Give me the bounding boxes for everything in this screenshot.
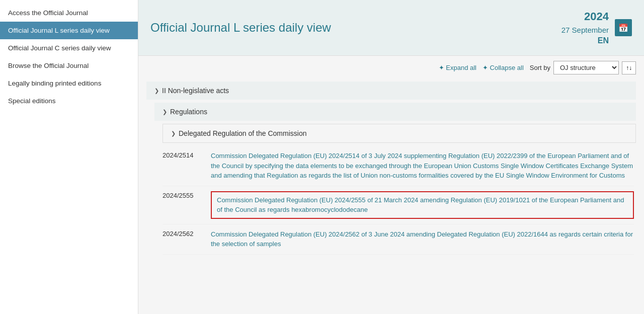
content-area: ❯ II Non-legislative acts ❯ Regulations … [138,77,644,259]
doc-link-wrapper-2555: Commission Delegated Regulation (EU) 202… [211,191,634,219]
main-content: Official Journal L series daily view 202… [138,0,644,314]
header-language: EN [561,35,609,46]
header-date-block: 2024 27 September EN [561,9,609,46]
header-banner: Official Journal L series daily view 202… [138,0,644,56]
header-date: 27 September [561,25,609,35]
section-delegated-reg[interactable]: ❯ Delegated Regulation of the Commission [163,124,636,143]
sort-order-button[interactable]: ↑↓ [622,61,636,74]
doc-link-wrapper-2562: Commission Delegated Regulation (EU) 202… [211,229,634,249]
doc-row-2024-2514: 2024/2514 Commission Delegated Regulatio… [163,146,634,186]
section-non-legislative-label: II Non-legislative acts [162,87,229,95]
sidebar-item-oj-l-series[interactable]: Official Journal L series daily view [0,22,138,39]
sort-order-icon: ↑↓ [626,64,632,71]
chevron-icon-non-legislative: ❯ [154,88,159,94]
header-year: 2024 [561,9,609,25]
header-right: 2024 27 September EN 📅 [561,9,632,46]
chevron-icon-delegated: ❯ [171,130,176,137]
page-title: Official Journal L series daily view [150,21,331,35]
calendar-button[interactable]: 📅 [615,19,632,36]
sidebar-item-oj-c-series[interactable]: Official Journal C series daily view [0,39,138,57]
doc-link-2562[interactable]: Commission Delegated Regulation (EU) 202… [211,230,633,248]
chevron-icon-regulations: ❯ [163,109,167,115]
doc-number-2555: 2024/2555 [163,191,203,199]
sidebar-item-access-oj[interactable]: Access the Official Journal [0,4,138,22]
collapse-all-link[interactable]: ✦ Collapse all [482,64,524,71]
controls-bar: ✦ Expand all ✦ Collapse all Sort by OJ s… [138,56,644,77]
section-delegated-label: Delegated Regulation of the Commission [179,129,306,137]
sort-container: Sort by OJ structure Date Reference ↑↓ [530,61,636,74]
sidebar-item-special-editions[interactable]: Special editions [0,92,138,110]
doc-link-wrapper-2514: Commission Delegated Regulation (EU) 202… [211,151,634,181]
sort-select[interactable]: OJ structure Date Reference [553,61,619,74]
section-non-legislative[interactable]: ❯ II Non-legislative acts [146,82,636,100]
doc-number-2562: 2024/2562 [163,229,203,238]
section-regulations[interactable]: ❯ Regulations [154,103,636,121]
calendar-icon: 📅 [618,23,628,33]
sidebar: Access the Official Journal Official Jou… [0,0,138,314]
expand-all-link[interactable]: ✦ Expand all [439,64,476,71]
sort-label: Sort by [530,64,550,71]
doc-row-2024-2555: 2024/2555 Commission Delegated Regulatio… [163,186,634,224]
doc-row-2024-2562: 2024/2562 Commission Delegated Regulatio… [163,224,634,255]
sidebar-item-legally-binding[interactable]: Legally binding printed editions [0,74,138,92]
sidebar-item-browse-oj[interactable]: Browse the Official Journal [0,57,138,74]
doc-link-2555[interactable]: Commission Delegated Regulation (EU) 202… [217,196,624,214]
section-regulations-label: Regulations [170,108,207,116]
doc-number-2514: 2024/2514 [163,151,203,159]
doc-link-2514[interactable]: Commission Delegated Regulation (EU) 202… [211,152,633,179]
